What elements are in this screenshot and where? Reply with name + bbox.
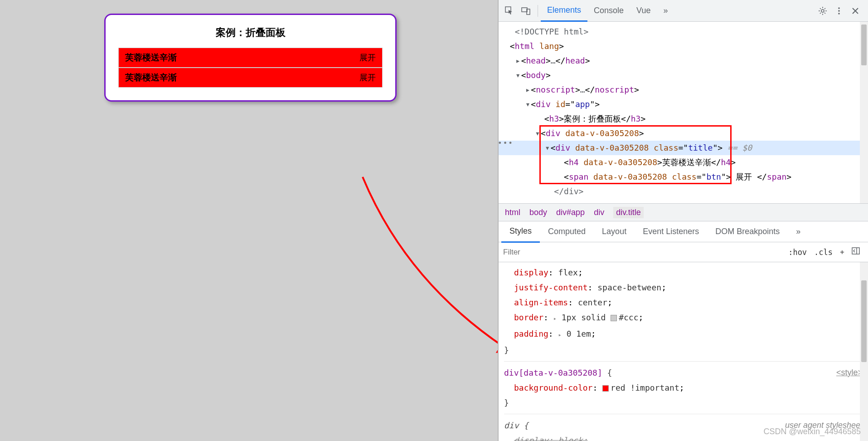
styles-tabs: Styles Computed Layout Event Listeners D… bbox=[499, 221, 868, 242]
svg-rect-1 bbox=[522, 8, 527, 12]
elements-scrollbar[interactable] bbox=[860, 22, 868, 203]
css-rule[interactable]: <style> div[data-v-0a305208] { backgroun… bbox=[504, 364, 863, 414]
selection-marker-icon: ••• bbox=[498, 136, 514, 151]
svg-point-4 bbox=[838, 7, 840, 9]
styles-pane[interactable]: display: flex; justify-content: space-be… bbox=[499, 262, 868, 441]
panel-label: 芙蓉楼送辛渐 bbox=[125, 72, 177, 83]
devtools-panel: Elements Console Vue » ••• <!DOCTYPE htm… bbox=[498, 0, 868, 441]
devtools-toolbar: Elements Console Vue » bbox=[499, 0, 868, 22]
color-swatch-icon[interactable] bbox=[611, 315, 617, 321]
panel-item[interactable]: 芙蓉楼送辛渐 展开 bbox=[118, 48, 383, 68]
dom-span-btn[interactable]: <span data-v-0a305208 class="btn"> 展开 </… bbox=[499, 170, 868, 184]
crumb-divtitle[interactable]: div.title bbox=[613, 207, 644, 218]
dom-tree[interactable]: ••• <!DOCTYPE html> <html lang> ▸<head>…… bbox=[499, 22, 868, 203]
crumb-div[interactable]: div bbox=[594, 208, 604, 217]
tab-event-listeners[interactable]: Event Listeners bbox=[635, 221, 707, 242]
card-title: 案例：折叠面板 bbox=[118, 26, 383, 39]
dom-div-title-selected[interactable]: ▾<div data-v-0a305208 class="title"> == … bbox=[499, 141, 868, 155]
tab-computed[interactable]: Computed bbox=[540, 221, 594, 242]
dom-head[interactable]: ▸<head>…</head> bbox=[499, 54, 868, 68]
devtools-tabs: Elements Console Vue » bbox=[541, 0, 815, 22]
styles-scrollbar[interactable] bbox=[860, 262, 868, 441]
dom-doctype[interactable]: <!DOCTYPE html> bbox=[499, 24, 868, 39]
panel-toggle-icon[interactable] bbox=[852, 247, 860, 257]
crumb-body[interactable]: body bbox=[529, 208, 547, 217]
page-preview: 案例：折叠面板 芙蓉楼送辛渐 展开 芙蓉楼送辛渐 展开 bbox=[0, 0, 498, 441]
watermark: CSDN @weixin_44946585 bbox=[764, 427, 861, 436]
tab-layout[interactable]: Layout bbox=[594, 221, 635, 242]
css-rule[interactable]: display: flex; justify-content: space-be… bbox=[504, 264, 863, 362]
tab-more-styles[interactable]: » bbox=[788, 221, 809, 242]
expand-button[interactable]: 展开 bbox=[359, 72, 376, 83]
panel-label: 芙蓉楼送辛渐 bbox=[125, 52, 177, 64]
gear-icon[interactable] bbox=[815, 4, 830, 18]
tab-dom-breakpoints[interactable]: DOM Breakpoints bbox=[707, 221, 788, 242]
tab-vue[interactable]: Vue bbox=[630, 0, 657, 21]
style-source-link[interactable]: <style> bbox=[836, 365, 863, 380]
crumb-html[interactable]: html bbox=[505, 208, 520, 217]
styles-filter-input[interactable] bbox=[503, 248, 603, 257]
dom-close-div[interactable]: </div> bbox=[499, 184, 868, 199]
dom-h3[interactable]: <h3>案例：折叠面板</h3> bbox=[499, 112, 868, 126]
color-swatch-icon[interactable] bbox=[602, 385, 609, 392]
inspect-icon[interactable] bbox=[502, 4, 517, 18]
dom-body[interactable]: ▾<body> bbox=[499, 68, 868, 83]
svg-point-5 bbox=[838, 10, 840, 12]
dom-div-scope[interactable]: ▾<div data-v-0a305208> bbox=[499, 126, 868, 141]
tab-styles[interactable]: Styles bbox=[501, 221, 540, 243]
close-icon[interactable] bbox=[848, 4, 863, 18]
expand-button[interactable]: 展开 bbox=[359, 52, 376, 63]
styles-filter-bar: :hov .cls + bbox=[499, 242, 868, 262]
toolbar-separator bbox=[538, 5, 538, 17]
collapse-card: 案例：折叠面板 芙蓉楼送辛渐 展开 芙蓉楼送辛渐 展开 bbox=[104, 14, 397, 102]
hov-toggle[interactable]: :hov bbox=[788, 248, 807, 257]
dom-noscript[interactable]: ▸<noscript>…</noscript> bbox=[499, 83, 868, 97]
svg-point-6 bbox=[838, 13, 840, 15]
tab-console[interactable]: Console bbox=[587, 0, 630, 21]
dom-breadcrumb[interactable]: html body div#app div div.title bbox=[499, 203, 868, 221]
new-rule-button[interactable]: + bbox=[840, 248, 844, 257]
tab-more[interactable]: » bbox=[657, 0, 674, 21]
svg-point-3 bbox=[821, 10, 824, 12]
kebab-icon[interactable] bbox=[832, 4, 846, 18]
device-toggle-icon[interactable] bbox=[519, 4, 533, 18]
tab-elements[interactable]: Elements bbox=[541, 0, 587, 22]
dom-h4[interactable]: <h4 data-v-0a305208>芙蓉楼送辛渐</h4> bbox=[499, 155, 868, 170]
dom-div-app[interactable]: ▾<div id="app"> bbox=[499, 97, 868, 112]
dom-html[interactable]: <html lang> bbox=[499, 39, 868, 54]
crumb-divapp[interactable]: div#app bbox=[556, 208, 585, 217]
cls-toggle[interactable]: .cls bbox=[814, 248, 833, 257]
panel-item[interactable]: 芙蓉楼送辛渐 展开 bbox=[118, 68, 383, 88]
